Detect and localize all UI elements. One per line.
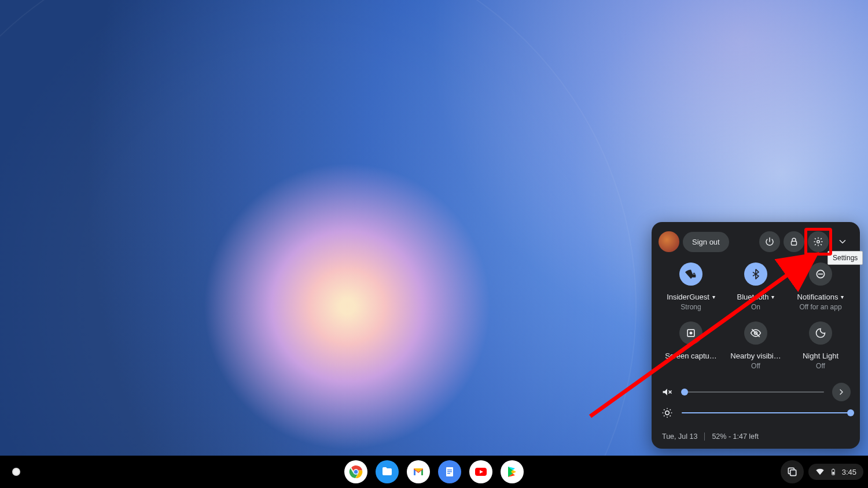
svg-point-11 bbox=[665, 411, 670, 415]
chevron-right-icon bbox=[837, 387, 846, 397]
visibility-off-icon bbox=[750, 327, 762, 339]
notifications-tile: Notifications Off for an app bbox=[790, 263, 851, 311]
settings-tooltip: Settings bbox=[827, 251, 863, 265]
status-area[interactable]: 3:45 bbox=[808, 464, 863, 480]
nearby-toggle[interactable] bbox=[744, 321, 767, 345]
wifi-toggle[interactable] bbox=[679, 263, 703, 286]
wifi-lock-icon bbox=[685, 268, 697, 280]
bluetooth-tile: Bluetooth On bbox=[726, 263, 786, 311]
wifi-status-icon bbox=[815, 467, 825, 476]
tote-icon bbox=[786, 466, 798, 478]
volume-slider-row bbox=[661, 383, 851, 401]
notifications-label[interactable]: Notifications bbox=[797, 293, 844, 301]
night-light-label[interactable]: Night Light bbox=[803, 352, 838, 360]
screen-capture-button[interactable] bbox=[679, 321, 703, 345]
launcher-icon bbox=[12, 468, 20, 476]
svg-rect-0 bbox=[792, 241, 797, 245]
gmail-app-icon[interactable] bbox=[407, 460, 430, 483]
pinned-apps bbox=[344, 460, 524, 483]
settings-button[interactable] bbox=[808, 231, 829, 252]
nearby-tile: Nearby visibi… Off bbox=[726, 321, 786, 370]
brightness-slider-row bbox=[661, 407, 851, 419]
divider bbox=[704, 432, 705, 441]
brightness-icon bbox=[661, 407, 674, 419]
launcher-button[interactable] bbox=[5, 460, 28, 483]
audio-settings-button[interactable] bbox=[832, 383, 851, 401]
qs-date: Tue, Jul 13 bbox=[662, 432, 697, 441]
svg-rect-26 bbox=[832, 472, 834, 474]
svg-rect-2 bbox=[693, 275, 696, 278]
status-time: 3:45 bbox=[842, 468, 856, 476]
dnd-icon bbox=[815, 268, 826, 280]
qs-battery-text: 52% - 1:47 left bbox=[712, 432, 759, 441]
brightness-slider[interactable] bbox=[682, 412, 851, 413]
screen-capture-label[interactable]: Screen captu… bbox=[665, 352, 717, 360]
power-button[interactable] bbox=[759, 231, 780, 252]
svg-rect-20 bbox=[447, 473, 450, 474]
gear-icon bbox=[813, 236, 823, 247]
lock-button[interactable] bbox=[784, 231, 804, 252]
night-light-tile: Night Light Off bbox=[790, 321, 851, 370]
nearby-status: Off bbox=[726, 362, 786, 370]
avatar[interactable] bbox=[659, 231, 679, 252]
svg-point-6 bbox=[690, 332, 693, 335]
tote-button[interactable] bbox=[781, 460, 804, 483]
volume-mute-icon[interactable] bbox=[661, 386, 674, 398]
svg-rect-19 bbox=[447, 471, 452, 472]
screen-capture-icon bbox=[685, 327, 697, 339]
night-light-toggle[interactable] bbox=[809, 321, 832, 345]
sign-out-button[interactable]: Sign out bbox=[683, 232, 729, 252]
bluetooth-icon bbox=[750, 268, 762, 280]
notifications-toggle[interactable] bbox=[809, 263, 832, 286]
qs-footer: Tue, Jul 13 52% - 1:47 left bbox=[654, 427, 858, 441]
screen-capture-tile: Screen captu… bbox=[661, 321, 721, 370]
svg-rect-23 bbox=[790, 470, 796, 476]
bluetooth-label[interactable]: Bluetooth bbox=[737, 293, 775, 301]
battery-status-icon bbox=[829, 468, 837, 476]
chevron-down-icon bbox=[837, 236, 848, 247]
night-light-status: Off bbox=[790, 362, 851, 370]
bluetooth-toggle[interactable] bbox=[744, 263, 767, 286]
docs-app-icon[interactable] bbox=[438, 460, 461, 483]
notifications-status: Off for an app bbox=[790, 303, 851, 311]
volume-slider[interactable] bbox=[682, 391, 824, 393]
svg-rect-25 bbox=[833, 469, 834, 469]
lock-icon bbox=[789, 236, 799, 247]
bluetooth-status: On bbox=[726, 303, 786, 311]
wifi-label[interactable]: InsiderGuest bbox=[667, 293, 715, 301]
files-app-icon[interactable] bbox=[376, 460, 399, 483]
wifi-tile: InsiderGuest Strong bbox=[661, 263, 721, 311]
power-icon bbox=[764, 236, 775, 247]
play-store-app-icon[interactable] bbox=[501, 460, 524, 483]
nearby-label[interactable]: Nearby visibi… bbox=[730, 352, 781, 360]
night-light-icon bbox=[815, 327, 826, 339]
svg-point-1 bbox=[817, 241, 820, 243]
chrome-app-icon[interactable] bbox=[344, 460, 367, 483]
svg-rect-18 bbox=[447, 469, 452, 471]
youtube-app-icon[interactable] bbox=[469, 460, 492, 483]
qs-sliders bbox=[654, 371, 858, 427]
qs-tiles-grid: InsiderGuest Strong Bluetooth On Notific… bbox=[654, 258, 858, 371]
collapse-button[interactable] bbox=[832, 231, 853, 252]
shelf: 3:45 bbox=[0, 456, 868, 488]
wifi-status: Strong bbox=[661, 303, 721, 311]
